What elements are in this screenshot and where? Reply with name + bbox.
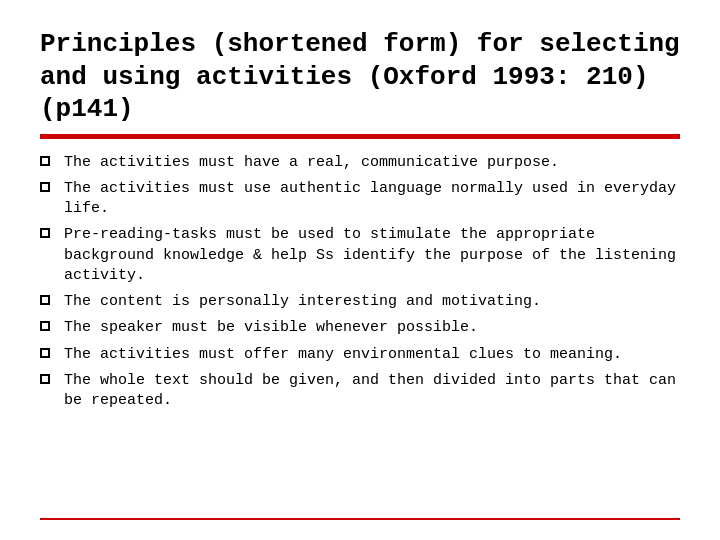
- list-item: Pre-reading-tasks must be used to stimul…: [40, 225, 680, 286]
- bullet-list: The activities must have a real, communi…: [40, 153, 680, 418]
- list-item: The whole text should be given, and then…: [40, 371, 680, 412]
- list-item: The speaker must be visible whenever pos…: [40, 318, 680, 338]
- bullet-icon: [40, 295, 50, 305]
- bullet-text: The whole text should be given, and then…: [64, 371, 680, 412]
- slide-title: Principles (shortened form) for selectin…: [40, 28, 680, 126]
- slide: Principles (shortened form) for selectin…: [0, 0, 720, 540]
- bullet-icon: [40, 374, 50, 384]
- bullet-text: The content is personally interesting an…: [64, 292, 680, 312]
- bullet-text: Pre-reading-tasks must be used to stimul…: [64, 225, 680, 286]
- bullet-icon: [40, 156, 50, 166]
- list-item: The activities must offer many environme…: [40, 345, 680, 365]
- bullet-text: The activities must offer many environme…: [64, 345, 680, 365]
- list-item: The activities must have a real, communi…: [40, 153, 680, 173]
- content-area: The activities must have a real, communi…: [40, 153, 680, 519]
- bullet-icon: [40, 228, 50, 238]
- bullet-text: The speaker must be visible whenever pos…: [64, 318, 680, 338]
- bullet-text: The activities must use authentic langua…: [64, 179, 680, 220]
- bottom-divider: [40, 518, 680, 520]
- bullet-icon: [40, 182, 50, 192]
- bullet-icon: [40, 321, 50, 331]
- list-item: The content is personally interesting an…: [40, 292, 680, 312]
- bullet-text: The activities must have a real, communi…: [64, 153, 680, 173]
- list-item: The activities must use authentic langua…: [40, 179, 680, 220]
- bullet-icon: [40, 348, 50, 358]
- title-divider: [40, 134, 680, 139]
